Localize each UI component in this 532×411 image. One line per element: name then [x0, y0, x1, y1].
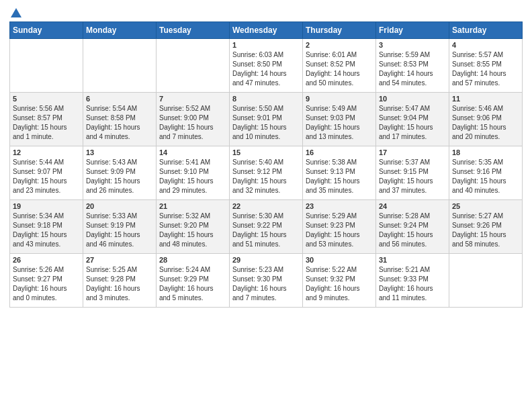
cell-date-number: 6 [86, 95, 153, 103]
header [9, 7, 523, 16]
cell-info-text: Sunrise: 5:22 AM Sunset: 9:32 PM Dayligh… [306, 265, 373, 303]
cell-date-number: 8 [232, 95, 300, 103]
calendar-cell: 22Sunrise: 5:30 AM Sunset: 9:22 PM Dayli… [230, 200, 303, 254]
day-header-row: SundayMondayTuesdayWednesdayThursdayFrid… [10, 22, 523, 39]
calendar-cell: 23Sunrise: 5:29 AM Sunset: 9:23 PM Dayli… [303, 200, 376, 254]
calendar-cell: 9Sunrise: 5:49 AM Sunset: 9:03 PM Daylig… [303, 93, 376, 146]
cell-date-number: 5 [13, 95, 80, 103]
calendar-cell: 27Sunrise: 5:25 AM Sunset: 9:28 PM Dayli… [83, 254, 157, 308]
cell-info-text: Sunrise: 5:33 AM Sunset: 9:19 PM Dayligh… [86, 212, 153, 249]
logo [9, 7, 22, 16]
cell-info-text: Sunrise: 5:24 AM Sunset: 9:29 PM Dayligh… [159, 265, 226, 303]
calendar-cell: 26Sunrise: 5:26 AM Sunset: 9:27 PM Dayli… [10, 254, 83, 308]
cell-info-text: Sunrise: 5:26 AM Sunset: 9:27 PM Dayligh… [13, 265, 80, 303]
cell-info-text: Sunrise: 5:54 AM Sunset: 8:58 PM Dayligh… [86, 104, 153, 142]
cell-info-text: Sunrise: 5:57 AM Sunset: 8:55 PM Dayligh… [452, 50, 519, 88]
cell-info-text: Sunrise: 5:41 AM Sunset: 9:10 PM Dayligh… [159, 158, 226, 195]
week-row-3: 12Sunrise: 5:44 AM Sunset: 9:07 PM Dayli… [10, 146, 523, 200]
cell-date-number: 20 [86, 202, 153, 210]
cell-date-number: 4 [452, 41, 519, 49]
cell-date-number: 12 [13, 148, 80, 156]
cell-date-number: 29 [232, 256, 300, 264]
cell-info-text: Sunrise: 5:44 AM Sunset: 9:07 PM Dayligh… [13, 158, 80, 195]
cell-info-text: Sunrise: 5:30 AM Sunset: 9:22 PM Dayligh… [232, 212, 300, 249]
day-header-friday: Friday [376, 22, 449, 39]
cell-date-number: 30 [306, 256, 373, 264]
calendar-cell: 30Sunrise: 5:22 AM Sunset: 9:32 PM Dayli… [303, 254, 376, 308]
cell-date-number: 2 [306, 41, 373, 49]
calendar-cell: 8Sunrise: 5:50 AM Sunset: 9:01 PM Daylig… [230, 93, 303, 146]
cell-date-number: 11 [452, 95, 519, 103]
week-row-5: 26Sunrise: 5:26 AM Sunset: 9:27 PM Dayli… [10, 254, 523, 308]
cell-date-number: 21 [159, 202, 226, 210]
cell-date-number: 26 [13, 256, 80, 264]
calendar-cell: 2Sunrise: 6:01 AM Sunset: 8:52 PM Daylig… [303, 39, 376, 93]
cell-date-number: 14 [159, 148, 226, 156]
cell-date-number: 17 [379, 148, 446, 156]
calendar-cell: 7Sunrise: 5:52 AM Sunset: 9:00 PM Daylig… [157, 93, 230, 146]
cell-date-number: 18 [452, 148, 519, 156]
day-header-wednesday: Wednesday [230, 22, 303, 39]
svg-marker-0 [11, 8, 21, 17]
cell-info-text: Sunrise: 5:25 AM Sunset: 9:28 PM Dayligh… [86, 265, 153, 303]
cell-info-text: Sunrise: 5:40 AM Sunset: 9:12 PM Dayligh… [232, 158, 300, 195]
cell-date-number: 9 [306, 95, 373, 103]
day-header-sunday: Sunday [10, 22, 83, 39]
cell-info-text: Sunrise: 5:52 AM Sunset: 9:00 PM Dayligh… [159, 104, 226, 142]
calendar-cell: 24Sunrise: 5:28 AM Sunset: 9:24 PM Dayli… [376, 200, 449, 254]
calendar-cell: 25Sunrise: 5:27 AM Sunset: 9:26 PM Dayli… [449, 200, 523, 254]
day-header-tuesday: Tuesday [157, 22, 230, 39]
cell-info-text: Sunrise: 5:37 AM Sunset: 9:15 PM Dayligh… [379, 158, 446, 195]
week-row-4: 19Sunrise: 5:34 AM Sunset: 9:18 PM Dayli… [10, 200, 523, 254]
calendar-cell: 5Sunrise: 5:56 AM Sunset: 8:57 PM Daylig… [10, 93, 83, 146]
cell-date-number: 25 [452, 202, 519, 210]
cell-date-number: 7 [159, 95, 226, 103]
cell-info-text: Sunrise: 5:27 AM Sunset: 9:26 PM Dayligh… [452, 212, 519, 249]
cell-info-text: Sunrise: 5:46 AM Sunset: 9:06 PM Dayligh… [452, 104, 519, 142]
cell-date-number: 16 [306, 148, 373, 156]
cell-info-text: Sunrise: 5:23 AM Sunset: 9:30 PM Dayligh… [232, 265, 300, 303]
week-row-2: 5Sunrise: 5:56 AM Sunset: 8:57 PM Daylig… [10, 93, 523, 146]
calendar-cell: 14Sunrise: 5:41 AM Sunset: 9:10 PM Dayli… [157, 146, 230, 200]
cell-date-number: 28 [159, 256, 226, 264]
day-header-thursday: Thursday [303, 22, 376, 39]
calendar-cell: 16Sunrise: 5:38 AM Sunset: 9:13 PM Dayli… [303, 146, 376, 200]
calendar-cell [10, 39, 83, 93]
cell-info-text: Sunrise: 6:03 AM Sunset: 8:50 PM Dayligh… [232, 50, 300, 88]
cell-info-text: Sunrise: 5:56 AM Sunset: 8:57 PM Dayligh… [13, 104, 80, 142]
cell-info-text: Sunrise: 5:49 AM Sunset: 9:03 PM Dayligh… [306, 104, 373, 142]
cell-date-number: 13 [86, 148, 153, 156]
calendar-cell: 4Sunrise: 5:57 AM Sunset: 8:55 PM Daylig… [449, 39, 523, 93]
cell-info-text: Sunrise: 5:21 AM Sunset: 9:33 PM Dayligh… [379, 265, 446, 303]
calendar-page: SundayMondayTuesdayWednesdayThursdayFrid… [0, 0, 532, 411]
calendar-body: 1Sunrise: 6:03 AM Sunset: 8:50 PM Daylig… [10, 39, 523, 308]
calendar-cell: 10Sunrise: 5:47 AM Sunset: 9:04 PM Dayli… [376, 93, 449, 146]
cell-date-number: 24 [379, 202, 446, 210]
calendar-cell: 15Sunrise: 5:40 AM Sunset: 9:12 PM Dayli… [230, 146, 303, 200]
calendar-cell [83, 39, 157, 93]
logo-text [9, 7, 22, 19]
calendar-cell [157, 39, 230, 93]
calendar-cell: 1Sunrise: 6:03 AM Sunset: 8:50 PM Daylig… [230, 39, 303, 93]
cell-info-text: Sunrise: 5:59 AM Sunset: 8:53 PM Dayligh… [379, 50, 446, 88]
cell-info-text: Sunrise: 5:35 AM Sunset: 9:16 PM Dayligh… [452, 158, 519, 195]
cell-date-number: 27 [86, 256, 153, 264]
cell-date-number: 23 [306, 202, 373, 210]
cell-info-text: Sunrise: 5:34 AM Sunset: 9:18 PM Dayligh… [13, 212, 80, 249]
cell-date-number: 22 [232, 202, 300, 210]
cell-info-text: Sunrise: 5:43 AM Sunset: 9:09 PM Dayligh… [86, 158, 153, 195]
cell-info-text: Sunrise: 5:38 AM Sunset: 9:13 PM Dayligh… [306, 158, 373, 195]
week-row-1: 1Sunrise: 6:03 AM Sunset: 8:50 PM Daylig… [10, 39, 523, 93]
cell-info-text: Sunrise: 5:50 AM Sunset: 9:01 PM Dayligh… [232, 104, 300, 142]
calendar-cell: 3Sunrise: 5:59 AM Sunset: 8:53 PM Daylig… [376, 39, 449, 93]
calendar-cell: 29Sunrise: 5:23 AM Sunset: 9:30 PM Dayli… [230, 254, 303, 308]
calendar-cell: 6Sunrise: 5:54 AM Sunset: 8:58 PM Daylig… [83, 93, 157, 146]
calendar-cell: 28Sunrise: 5:24 AM Sunset: 9:29 PM Dayli… [157, 254, 230, 308]
calendar-cell: 18Sunrise: 5:35 AM Sunset: 9:16 PM Dayli… [449, 146, 523, 200]
calendar-cell: 19Sunrise: 5:34 AM Sunset: 9:18 PM Dayli… [10, 200, 83, 254]
cell-info-text: Sunrise: 5:47 AM Sunset: 9:04 PM Dayligh… [379, 104, 446, 142]
calendar-cell: 11Sunrise: 5:46 AM Sunset: 9:06 PM Dayli… [449, 93, 523, 146]
calendar-cell: 17Sunrise: 5:37 AM Sunset: 9:15 PM Dayli… [376, 146, 449, 200]
cell-info-text: Sunrise: 5:29 AM Sunset: 9:23 PM Dayligh… [306, 212, 373, 249]
cell-info-text: Sunrise: 5:32 AM Sunset: 9:20 PM Dayligh… [159, 212, 226, 249]
